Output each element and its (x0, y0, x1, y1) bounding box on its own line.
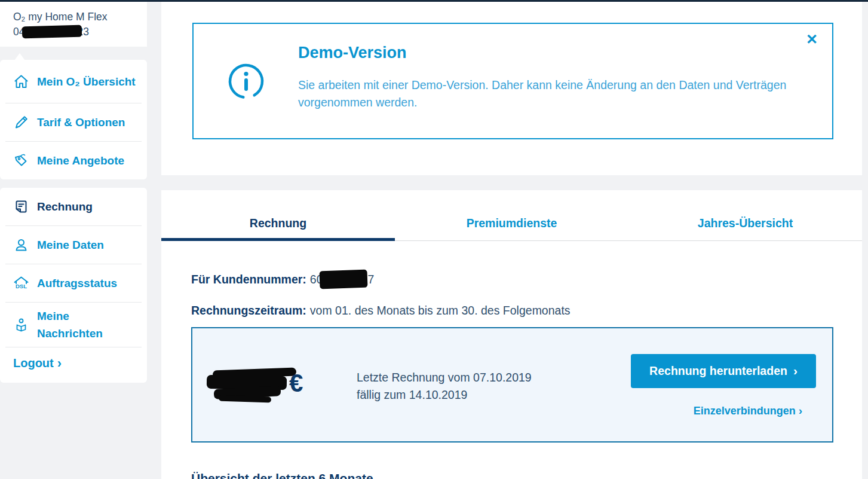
invoice-due-line: fällig zum 14.10.2019 (357, 386, 532, 404)
document-icon (12, 198, 30, 216)
customer-number-row: Für Kundennummer:6057 (191, 272, 571, 287)
close-icon[interactable]: ✕ (806, 32, 818, 47)
person-icon (12, 236, 30, 254)
phone-redaction (22, 25, 82, 39)
logout-button[interactable]: Logout › (0, 347, 147, 380)
tab-rechnung[interactable]: Rechnung (161, 190, 395, 240)
einzelverbindungen-link[interactable]: Einzelverbindungen› (694, 405, 802, 417)
euro-sign: € (289, 369, 303, 398)
plan-phone-number: 0423 (13, 24, 141, 39)
active-tab-underline (161, 238, 395, 241)
invoice-date-line: Letzte Rechnung vom 07.10.2019 (357, 369, 532, 386)
chevron-right-icon: › (57, 357, 62, 370)
download-invoice-button[interactable]: Rechnung herunterladen› (631, 354, 816, 388)
reader-icon (12, 316, 30, 334)
plan-title: O₂ my Home M Flex (13, 10, 141, 24)
pencil-icon (12, 114, 30, 132)
sidebar-item-label: Auftragsstatus (37, 274, 117, 292)
customer-number-redaction (319, 269, 367, 289)
invoice-meta: Für Kundennummer:6057 Rechnungszeitraum:… (191, 272, 571, 334)
invoice-section: Rechnung Premiumdienste Jahres-Übersicht… (161, 190, 862, 479)
sidebar-item-label: Tarif & Optionen (37, 114, 125, 131)
invoice-amount: € (207, 368, 317, 405)
chevron-right-icon: › (799, 404, 802, 417)
banner-title: Demo-Version (298, 44, 407, 62)
billing-period-value: vom 01. des Monats bis zum 30. des Folge… (310, 304, 571, 317)
banner-body-text: Sie arbeiten mit einer Demo-Version. Dah… (298, 77, 788, 111)
svg-text:DSL: DSL (16, 283, 27, 289)
latest-invoice-box: € Letzte Rechnung vom 07.10.2019 fällig … (191, 327, 833, 443)
sidebar-item-label: Meine Nachrichten (37, 307, 137, 342)
invoice-dates: Letzte Rechnung vom 07.10.2019 fällig zu… (357, 369, 532, 404)
tab-jahres-uebersicht[interactable]: Jahres-Übersicht (628, 190, 862, 240)
tag-icon (12, 152, 30, 170)
sidebar-item-meine-angebote[interactable]: Meine Angebote (0, 142, 147, 179)
demo-banner-section: Demo-Version Sie arbeiten mit einer Demo… (161, 2, 862, 175)
plan-selector-card[interactable]: O₂ my Home M Flex 0423 (0, 2, 147, 47)
dsl-house-icon: DSL (12, 274, 30, 292)
months-overview-heading: Übersicht der letzten 6 Monate (191, 471, 373, 479)
sidebar-item-label: Mein O₂ Übersicht (37, 73, 136, 90)
demo-version-banner: Demo-Version Sie arbeiten mit einer Demo… (192, 23, 833, 139)
sidebar-item-tarif-optionen[interactable]: Tarif & Optionen (0, 103, 147, 141)
sidebar-item-mein-o2-uebersicht[interactable]: Mein O₂ Übersicht (0, 60, 147, 103)
home-icon (12, 72, 30, 90)
amount-redaction (219, 395, 271, 402)
customer-number-label: Für Kundennummer: (191, 273, 306, 286)
tab-premiumdienste[interactable]: Premiumdienste (395, 190, 628, 240)
sidebar-item-meine-nachrichten[interactable]: Meine Nachrichten (0, 303, 147, 347)
sidebar-item-label: Rechnung (37, 198, 93, 215)
sidebar-nav-secondary: Rechnung Meine Daten DSL Auftragsstatus … (0, 188, 147, 383)
billing-period-row: Rechnungszeitraum:vom 01. des Monats bis… (191, 303, 571, 318)
billing-period-label: Rechnungszeitraum: (191, 304, 306, 317)
sidebar-item-meine-daten[interactable]: Meine Daten (0, 226, 147, 264)
sidebar-item-rechnung[interactable]: Rechnung (0, 188, 147, 225)
sidebar-nav-primary: Mein O₂ Übersicht Tarif & Optionen Meine… (0, 60, 147, 179)
sidebar-item-auftragsstatus[interactable]: DSL Auftragsstatus (0, 264, 147, 302)
chevron-right-icon: › (793, 364, 798, 377)
sidebar-item-label: Meine Daten (37, 236, 104, 254)
info-icon (227, 62, 265, 100)
sidebar-item-label: Meine Angebote (37, 152, 124, 169)
invoice-tabs: Rechnung Premiumdienste Jahres-Übersicht (161, 190, 862, 241)
logout-label: Logout (13, 356, 54, 370)
